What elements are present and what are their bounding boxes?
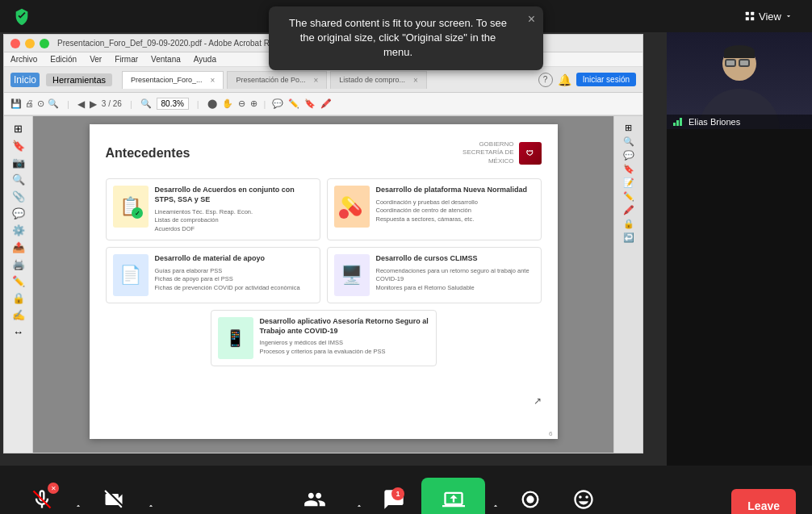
pdf-card-2-text: Desarrollo de plataforma Nueva Normalida… — [376, 186, 528, 233]
leave-button[interactable]: Leave — [731, 489, 796, 514]
notification-close-button[interactable]: × — [528, 13, 535, 26]
pdf-nav-toolbar: 💾 🖨 ⊙ 🔍 | ◀ ▶ 3 / 26 | 🔍 | ⬤ ✋ ⊖ — [4, 93, 642, 115]
person-glasses — [725, 59, 750, 67]
participants-button[interactable]: Participants 36 — [280, 478, 349, 514]
pdf-maximize-button[interactable] — [40, 39, 49, 48]
pdf-sidebar-tool-2[interactable]: 🔖 — [12, 140, 25, 152]
pdf-tool-hand[interactable]: ✋ — [222, 98, 233, 109]
participants-expand-button[interactable] — [352, 491, 366, 514]
pdf-tool-home[interactable]: Inicio — [10, 73, 40, 87]
participants-icon-container — [299, 484, 330, 514]
pdf-card-4: 🖥️ Desarrollo de cursos CLIMSS Recomenda… — [327, 247, 542, 303]
pdf-tool-highlight[interactable]: 🖍️ — [320, 98, 332, 109]
pdf-zoom-input[interactable] — [157, 98, 189, 110]
share-screen-icon-container — [438, 484, 469, 514]
pdf-tool-sign[interactable]: ✏️ — [288, 98, 299, 109]
pdf-tool-select[interactable]: ⬤ — [207, 98, 217, 109]
pdf-tab-2[interactable]: Presentación de Po... × — [227, 71, 327, 89]
pdf-sidebar-tool-3[interactable]: 📷 — [12, 157, 25, 169]
pdf-right-tool-1[interactable]: ⊞ — [625, 123, 632, 133]
pdf-card-4-icon: 🖥️ — [334, 254, 370, 296]
pdf-card-2: 💊 Desarrollo de plataforma Nueva Normali… — [327, 178, 542, 240]
pdf-sidebar-tool-1[interactable]: ⊞ — [14, 123, 23, 135]
pdf-card-1-text: Desarrollo de Acuerdos en conjunto con S… — [155, 186, 313, 233]
menu-edition[interactable]: Edición — [50, 55, 77, 64]
pdf-tab-3[interactable]: Listado de compro... × — [330, 71, 426, 89]
pdf-sidebar-tool-4[interactable]: 🔍 — [12, 173, 25, 186]
share-expand-button[interactable] — [488, 491, 503, 514]
pdf-sidebar-tool-10[interactable]: ✏️ — [12, 275, 25, 287]
pdf-right-tool-7[interactable]: 🖍️ — [623, 205, 634, 215]
video-icon-container — [98, 484, 129, 514]
pdf-tool-zoom-plus[interactable]: ⊕ — [250, 98, 257, 109]
pdf-nav-icons: 💾 🖨 ⊙ 🔍 — [10, 98, 59, 109]
notification-banner: The shared content is fit to your screen… — [269, 6, 543, 70]
pdf-bell-icon[interactable]: 🔔 — [558, 73, 571, 86]
pdf-zoom-out-icon[interactable]: 🔍 — [140, 98, 152, 109]
pdf-minimize-button[interactable] — [25, 39, 35, 48]
pdf-zoom-fit-icon[interactable]: ⊙ — [37, 98, 44, 109]
pdf-sidebar-tool-6[interactable]: 💬 — [12, 207, 25, 219]
pdf-zoom-in-icon[interactable]: 🔍 — [48, 98, 59, 109]
record-button[interactable]: Record — [504, 478, 556, 514]
participants-icon — [302, 488, 328, 511]
pdf-sidebar-tool-5[interactable]: 📎 — [12, 190, 25, 203]
reactions-button[interactable]: Reactions — [558, 478, 609, 514]
pdf-logo: GOBIERNOSECRETARÍA DEMÉXICO 🛡 — [463, 140, 541, 165]
pdf-right-tool-5[interactable]: 📝 — [623, 178, 634, 188]
grid-icon — [744, 10, 755, 22]
reactions-icon — [572, 488, 595, 511]
pdf-sidebar-tool-11[interactable]: 🔒 — [12, 292, 25, 304]
view-button[interactable]: View — [738, 7, 799, 26]
share-screen-icon — [442, 488, 465, 511]
pdf-right-tool-4[interactable]: 🔖 — [623, 164, 634, 174]
pdf-sidebar-tool-8[interactable]: 📤 — [12, 241, 25, 253]
pdf-right-tool-8[interactable]: 🔒 — [623, 219, 634, 229]
menu-ventana[interactable]: Ventana — [151, 55, 181, 64]
pdf-tool-herramientas[interactable]: Herramientas — [46, 73, 112, 86]
pdf-save-icon[interactable]: 💾 — [10, 98, 22, 109]
video-expand-button[interactable] — [144, 491, 158, 514]
chat-icon-container: 1 — [379, 484, 409, 514]
pdf-print-icon[interactable]: 🖨 — [25, 98, 34, 109]
toolbar-left: ✕ Unmute Start Video — [16, 478, 158, 514]
pdf-right-sidebar: ⊞ 🔍 💬 🔖 📝 ✏️ 🖍️ 🔒 ↩️ — [613, 116, 642, 453]
pdf-right-tool-6[interactable]: ✏️ — [623, 191, 634, 202]
share-screen-button[interactable]: Share Screen — [421, 478, 485, 514]
pdf-tool-zoom-minus[interactable]: ⊖ — [238, 98, 245, 109]
main-area: Presentacion_Foro_Def_09-09-2020.pdf - A… — [0, 32, 812, 466]
pdf-next-page-button[interactable]: ▶ — [90, 98, 97, 110]
unmute-button[interactable]: ✕ Unmute — [16, 478, 68, 514]
pdf-card-4-text: Desarrollo de cursos CLIMSS Recomendacio… — [376, 254, 534, 296]
pdf-right-tool-3[interactable]: 💬 — [623, 150, 634, 161]
shield-icon — [13, 7, 31, 25]
pdf-content-area: ⊞ 🔖 📷 🔍 📎 💬 ⚙️ 📤 🖨️ ✏️ 🔒 ✍️ ↔️ — [4, 116, 642, 453]
pdf-sidebar-tool-9[interactable]: 🖨️ — [12, 258, 25, 270]
svg-rect-3 — [751, 17, 754, 20]
menu-ayuda[interactable]: Ayuda — [194, 55, 216, 64]
pdf-main-content[interactable]: Antecedentes GOBIERNOSECRETARÍA DEMÉXICO… — [33, 116, 613, 453]
pdf-right-tool-9[interactable]: ↩️ — [623, 232, 634, 243]
pdf-tool-stamp[interactable]: 🔖 — [304, 98, 316, 109]
pdf-right-tool-2[interactable]: 🔍 — [623, 136, 634, 147]
pdf-close-button[interactable] — [10, 39, 20, 48]
pdf-tab-1[interactable]: Presentacion_Foro_... × — [122, 71, 224, 89]
unmute-expand-button[interactable] — [71, 491, 86, 514]
menu-firmar[interactable]: Firmar — [115, 55, 138, 64]
chat-button[interactable]: 1 Chat — [368, 478, 420, 514]
pdf-signin-button[interactable]: Iniciar sesión — [576, 73, 636, 86]
menu-ver[interactable]: Ver — [90, 55, 102, 64]
signal-bar-3 — [680, 118, 682, 126]
pdf-prev-page-button[interactable]: ◀ — [77, 98, 85, 110]
menu-arquivo[interactable]: Archivo — [10, 55, 37, 64]
toolbar-right: Leave — [731, 489, 796, 514]
start-video-button[interactable]: Start Video — [87, 478, 140, 514]
pdf-sidebar-tool-12[interactable]: ✍️ — [12, 309, 25, 321]
pdf-help-icon[interactable]: ? — [538, 73, 553, 87]
pdf-tool-comment[interactable]: 💬 — [272, 98, 283, 109]
signal-bars — [673, 118, 682, 126]
pdf-sidebar-tool-13[interactable]: ↔️ — [13, 326, 23, 338]
chevron-up-icon — [74, 502, 82, 510]
pdf-sidebar-tool-7[interactable]: ⚙️ — [12, 224, 25, 236]
person-hair — [724, 45, 755, 58]
